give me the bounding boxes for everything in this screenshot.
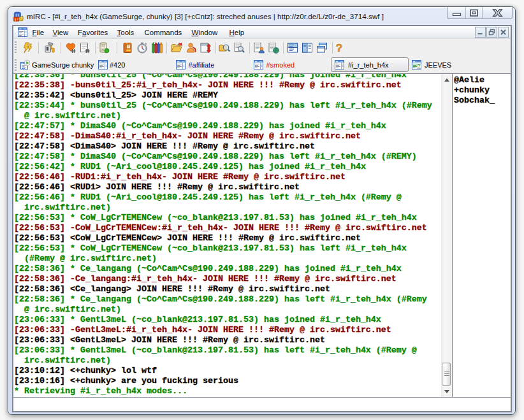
svg-text:?: ? [336,42,342,54]
